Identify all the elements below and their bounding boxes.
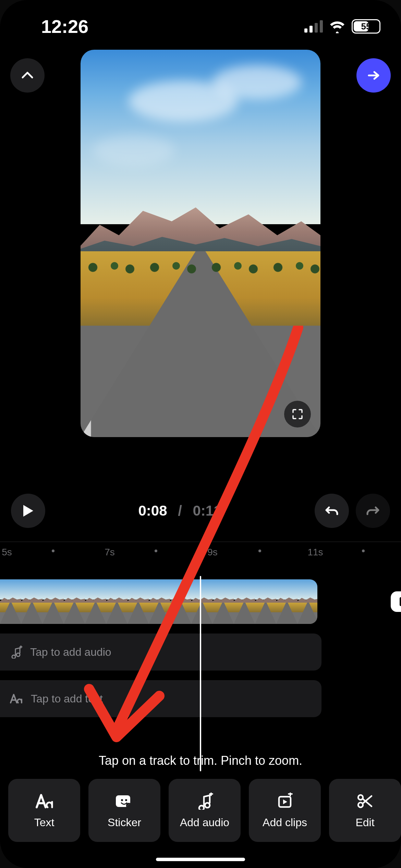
collapse-up-button[interactable] xyxy=(10,58,45,93)
ruler-dot xyxy=(362,550,365,552)
timeline-thumbnail xyxy=(21,579,42,624)
total-duration: 0:11 xyxy=(193,503,222,519)
status-indicators: 55 xyxy=(304,19,380,34)
svg-point-0 xyxy=(121,799,123,801)
next-button[interactable] xyxy=(356,58,391,93)
timeline-thumbnail xyxy=(106,579,127,624)
tool-text[interactable]: Text xyxy=(8,779,80,842)
text-track-placeholder[interactable]: Tap to add text xyxy=(0,680,321,717)
timeline-thumbnail xyxy=(276,579,297,624)
timeline-thumbnail xyxy=(234,579,255,624)
timeline-thumbnail xyxy=(170,579,191,624)
clip-plus-icon xyxy=(276,792,293,810)
audio-track-placeholder[interactable]: Tap to add audio xyxy=(0,634,321,671)
timeline-thumbnail xyxy=(149,579,170,624)
undo-button[interactable] xyxy=(315,494,349,528)
tool-add-audio[interactable]: Add audio xyxy=(169,779,241,842)
timeline-thumbnail xyxy=(127,579,149,624)
playhead[interactable] xyxy=(200,576,201,771)
ruler-tick: 11s xyxy=(307,547,323,558)
tool-edit[interactable]: Edit xyxy=(329,779,401,842)
audio-plus-icon xyxy=(196,792,213,810)
fullscreen-button[interactable] xyxy=(284,401,311,427)
tool-label: Text xyxy=(34,816,54,829)
current-time: 0:08 xyxy=(138,503,167,519)
ruler-tick: 7s xyxy=(105,547,115,558)
scissors-icon xyxy=(356,792,374,810)
text-icon xyxy=(35,792,53,810)
clip-end-handle[interactable] xyxy=(391,591,401,612)
tool-label: Add clips xyxy=(263,816,307,829)
sticker-icon xyxy=(116,792,133,810)
time-separator: / xyxy=(178,503,182,519)
tool-label: Edit xyxy=(355,816,374,829)
timeline-thumbnail xyxy=(64,579,85,624)
preview-thumbnail xyxy=(81,50,320,437)
timeline-thumbnail xyxy=(42,579,64,624)
audio-track-hint: Tap to add audio xyxy=(30,646,111,659)
text-track-hint: Tap to add text xyxy=(31,692,103,705)
timeline-ruler[interactable]: 5s7s9s11s xyxy=(0,542,401,559)
tool-add-clips[interactable]: Add clips xyxy=(249,779,321,842)
ruler-dot xyxy=(258,550,261,552)
status-time: 12:26 xyxy=(41,16,88,37)
timeline-thumbnail xyxy=(191,579,212,624)
tool-sticker[interactable]: Sticker xyxy=(88,779,160,842)
timeline-thumbnail xyxy=(212,579,234,624)
time-display: 0:08 / 0:11 xyxy=(45,503,315,519)
music-plus-icon xyxy=(10,646,23,659)
tool-label: Add audio xyxy=(180,816,229,829)
ruler-tick: 9s xyxy=(207,547,218,558)
svg-point-1 xyxy=(125,799,127,801)
play-button[interactable] xyxy=(11,494,45,528)
video-clip-strip[interactable] xyxy=(0,579,317,624)
toolbar: TextStickerAdd audioAdd clipsEditVol xyxy=(0,779,401,844)
wifi-icon xyxy=(329,20,345,33)
timeline-thumbnail xyxy=(0,579,21,624)
ruler-tick: 5s xyxy=(2,547,12,558)
video-preview[interactable] xyxy=(81,50,320,437)
timeline-thumbnail xyxy=(255,579,276,624)
ruler-dot xyxy=(155,550,157,552)
redo-button[interactable] xyxy=(356,494,390,528)
status-bar: 12:26 55 xyxy=(0,0,401,45)
timeline-thumbnail xyxy=(297,579,317,624)
battery-percent: 55 xyxy=(361,21,371,32)
text-aa-icon xyxy=(10,693,23,704)
home-indicator[interactable] xyxy=(156,858,245,861)
ruler-dot xyxy=(52,550,54,552)
timeline-thumbnail xyxy=(85,579,106,624)
battery-icon: 55 xyxy=(352,19,380,34)
tool-label: Sticker xyxy=(108,816,141,829)
cellular-signal-icon xyxy=(304,20,323,33)
